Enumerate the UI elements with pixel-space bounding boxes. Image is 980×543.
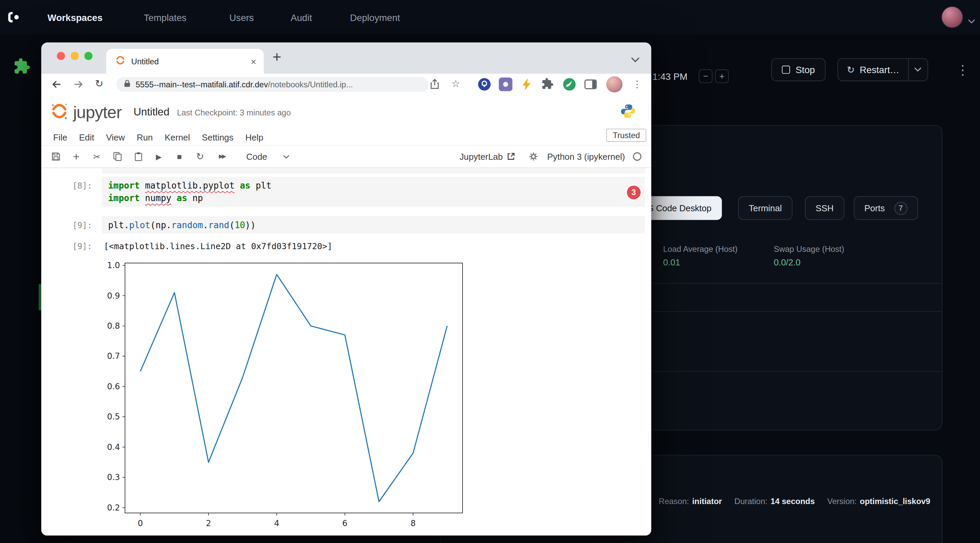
kernel-status-icon[interactable] xyxy=(633,152,642,161)
window-minimize-button[interactable] xyxy=(71,52,79,60)
decrease-button[interactable]: − xyxy=(698,70,713,83)
window-maximize-button[interactable] xyxy=(84,52,92,60)
share-icon[interactable] xyxy=(430,79,439,92)
reload-icon[interactable]: ↻ xyxy=(95,78,103,89)
gear-icon[interactable] xyxy=(529,152,538,161)
stop-label: Stop xyxy=(796,64,815,75)
nav-item-workspaces[interactable]: Workspaces xyxy=(48,12,103,22)
code-cell-9[interactable]: plt.plot(np.random.rand(10)) xyxy=(102,216,645,234)
restart-run-all-icon[interactable]: ▶▶ xyxy=(216,154,228,159)
kernel-name[interactable]: Python 3 (ipykernel) xyxy=(547,152,625,162)
restart-label: Restart… xyxy=(860,64,899,75)
chevron-down-icon[interactable] xyxy=(968,15,975,26)
cell-9-output-text: [<matplotlib.lines.Line2D at 0x7fd03f191… xyxy=(103,241,332,251)
jupyter-toolbar: + ✂ ▶ ■ ↻ ▶▶ Code JupyterLab xyxy=(41,146,651,168)
add-cell-icon[interactable]: + xyxy=(71,151,81,162)
bookmark-star-icon[interactable]: ☆ xyxy=(452,78,460,89)
nav-item-deployment[interactable]: Deployment xyxy=(350,12,400,22)
ports-label: Ports xyxy=(864,203,885,213)
restart-workspace-button[interactable]: ↻ Restart… xyxy=(838,59,908,81)
new-tab-button[interactable]: + xyxy=(273,48,282,66)
extension-icon[interactable] xyxy=(499,78,513,91)
svg-text:0.3: 0.3 xyxy=(107,473,120,482)
menu-view[interactable]: View xyxy=(106,132,125,143)
checkpoint-status: Last Checkpoint: 3 minutes ago xyxy=(177,108,291,117)
back-icon[interactable] xyxy=(51,79,62,93)
tab-search-chevron-icon[interactable] xyxy=(631,54,640,65)
extension-puzzle-icon[interactable] xyxy=(13,57,31,78)
workspace-time: 1:43 PM xyxy=(652,71,687,82)
interrupt-kernel-icon[interactable]: ■ xyxy=(174,152,185,160)
extensions-puzzle-icon[interactable] xyxy=(541,78,555,91)
ports-button[interactable]: Ports 7 xyxy=(854,196,918,220)
paste-cell-icon[interactable] xyxy=(133,152,143,161)
menu-run[interactable]: Run xyxy=(137,132,153,143)
agent-status-accent xyxy=(38,284,41,310)
menu-help[interactable]: Help xyxy=(245,132,263,143)
run-cell-icon[interactable]: ▶ xyxy=(154,153,164,160)
restart-icon: ↻ xyxy=(847,64,855,75)
tab-close-icon[interactable]: × xyxy=(251,57,256,66)
browser-menu-icon[interactable]: ⋮ xyxy=(633,79,642,90)
jupyter-header: jupyter Untitled Last Checkpoint: 3 minu… xyxy=(41,95,651,130)
nav-item-templates[interactable]: Templates xyxy=(144,12,186,22)
copy-cell-icon[interactable] xyxy=(113,152,123,161)
url-bar[interactable]: 5555--main--test--matifali.atif.cdr.dev/… xyxy=(116,77,429,92)
svg-text:0.8: 0.8 xyxy=(107,321,120,331)
increase-button[interactable]: + xyxy=(715,70,729,83)
notification-badge[interactable]: 3 xyxy=(627,186,641,199)
restart-kernel-icon[interactable]: ↻ xyxy=(195,152,205,161)
browser-tab[interactable]: Untitled × xyxy=(106,49,264,74)
user-avatar[interactable] xyxy=(942,7,963,27)
ssh-button[interactable]: SSH xyxy=(805,196,844,220)
svg-text:2: 2 xyxy=(206,519,211,528)
browser-window: Untitled × + ↻ 5555--main--test--matifal… xyxy=(41,43,651,535)
lightning-extension-icon[interactable] xyxy=(520,78,534,91)
cell-type-dropdown[interactable]: Code xyxy=(246,152,290,162)
svg-text:0: 0 xyxy=(138,519,143,528)
open-jupyterlab-link[interactable]: JupyterLab xyxy=(460,152,515,162)
code-cell-8[interactable]: import matplotlib.pyplot as plt import n… xyxy=(102,177,645,207)
password-manager-extension-icon[interactable] xyxy=(477,78,492,91)
trusted-button[interactable]: Trusted xyxy=(606,129,646,142)
restart-options-button[interactable] xyxy=(908,59,928,81)
svg-text:0.7: 0.7 xyxy=(107,352,120,361)
menu-kernel[interactable]: Kernel xyxy=(165,132,190,143)
menu-edit[interactable]: Edit xyxy=(79,132,94,143)
build-info-row: Reason:initiator Duration:14 seconds Ver… xyxy=(659,497,930,506)
svg-text:6: 6 xyxy=(342,519,347,528)
ssh-label: SSH xyxy=(816,203,834,213)
notebook-title[interactable]: Untitled xyxy=(134,106,169,119)
matplotlib-figure: 024680.20.30.40.50.60.70.80.91.0 xyxy=(88,259,487,534)
svg-text:0.5: 0.5 xyxy=(107,412,120,421)
browser-profile-avatar[interactable] xyxy=(606,76,622,92)
build-reason: Reason:initiator xyxy=(659,497,722,506)
nav-item-users[interactable]: Users xyxy=(229,12,254,22)
nav-item-audit[interactable]: Audit xyxy=(291,12,312,22)
menu-file[interactable]: File xyxy=(53,132,67,143)
cut-cell-icon[interactable]: ✂ xyxy=(92,152,102,161)
workspace-menu-button[interactable]: ⋮ xyxy=(956,63,969,78)
green-extension-icon[interactable] xyxy=(562,78,576,91)
url-text: 5555--main--test--matifali.atif.cdr.dev/… xyxy=(136,79,353,89)
load-average-value: 0.01 xyxy=(663,257,680,267)
svg-text:0.9: 0.9 xyxy=(107,291,120,301)
restart-split-button: ↻ Restart… xyxy=(837,58,928,81)
svg-text:0.6: 0.6 xyxy=(107,382,120,391)
forward-icon[interactable] xyxy=(73,79,84,93)
terminal-button[interactable]: Terminal xyxy=(738,196,792,220)
jupyter-logo xyxy=(50,102,69,123)
swap-usage-label: Swap Usage (Host) xyxy=(774,245,844,254)
coder-logo-icon[interactable] xyxy=(6,10,22,28)
side-panel-extension-icon[interactable] xyxy=(584,78,598,91)
browser-tab-strip: Untitled × + xyxy=(41,43,651,74)
svg-text:0.2: 0.2 xyxy=(107,503,120,513)
screen: Workspaces Templates Users Audit Deploym… xyxy=(0,0,980,543)
python-logo xyxy=(620,103,636,122)
window-close-button[interactable] xyxy=(57,52,65,60)
save-icon[interactable] xyxy=(51,152,60,161)
menu-settings[interactable]: Settings xyxy=(202,132,233,143)
stop-workspace-button[interactable]: Stop xyxy=(772,58,826,81)
svg-text:1.0: 1.0 xyxy=(107,261,120,270)
build-duration: Duration:14 seconds xyxy=(735,497,815,506)
